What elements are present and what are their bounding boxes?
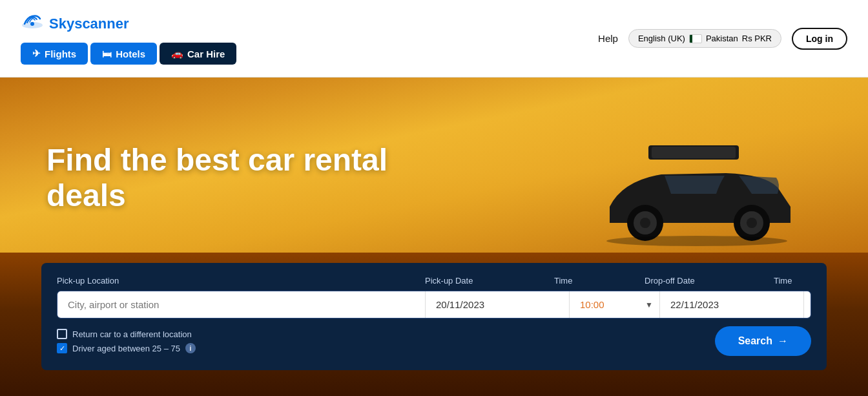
hotels-label: Hotels (116, 48, 145, 59)
currency-label: Rs PKR (742, 34, 772, 43)
flights-icon: ✈ (32, 48, 41, 59)
skyscanner-logo-icon (21, 12, 44, 35)
car-silhouette-image (571, 129, 816, 258)
logo-text: Skyscanner (49, 16, 129, 32)
driver-age-info-icon[interactable]: i (185, 343, 196, 353)
svg-rect-3 (652, 147, 736, 158)
header-left: Skyscanner ✈ Flights 🛏 Hotels 🚗 Car Hire (21, 12, 236, 65)
checkboxes-area: Return car to a different location ✓ Dri… (57, 329, 196, 353)
pickup-time-wrapper: 10:00 08:00 09:00 11:00 12:00 ▼ (570, 291, 660, 318)
login-button[interactable]: Log in (792, 28, 847, 50)
dropoff-time-wrapper: 10:00 08:00 09:00 11:00 12:00 ▼ (804, 291, 811, 318)
locale-button[interactable]: English (UK) Pakistan Rs PKR (628, 29, 781, 48)
pickup-date-field-label: Pick-up Date (425, 276, 554, 286)
search-bottom-row: Return car to a different location ✓ Dri… (57, 326, 811, 356)
driver-age-label: Driver aged between 25 – 75 (72, 344, 180, 353)
pickup-location-input[interactable] (57, 291, 426, 318)
header-right: Help English (UK) Pakistan Rs PKR Log in (598, 28, 847, 50)
svg-point-10 (606, 236, 787, 246)
different-location-checkbox-row[interactable]: Return car to a different location (57, 329, 196, 339)
svg-point-9 (747, 218, 757, 228)
help-link[interactable]: Help (598, 33, 618, 44)
search-button[interactable]: Search → (715, 326, 811, 356)
search-button-label: Search (738, 335, 772, 347)
nav-tab-flights[interactable]: ✈ Flights (21, 43, 88, 65)
hero-section: Find the best car rental deals Pick-up L… (0, 78, 868, 396)
field-labels-row: Pick-up Location Pick-up Date Time Drop-… (57, 276, 811, 286)
different-location-label: Return car to a different location (72, 329, 192, 339)
pakistan-flag-icon (689, 34, 702, 43)
svg-point-6 (640, 218, 650, 228)
dropoff-date-input[interactable] (660, 291, 804, 318)
language-label: English (UK) (638, 34, 685, 43)
svg-point-1 (30, 22, 34, 26)
hotels-icon: 🛏 (102, 48, 112, 59)
nav-tab-carhire[interactable]: 🚗 Car Hire (160, 43, 236, 65)
flights-label: Flights (45, 48, 76, 59)
carhire-icon: 🚗 (171, 48, 183, 59)
pickup-time-field-label: Time (554, 276, 645, 286)
driver-age-checkbox[interactable]: ✓ (57, 343, 67, 353)
search-panel: Pick-up Location Pick-up Date Time Drop-… (41, 263, 827, 370)
pickup-date-input[interactable] (426, 291, 570, 318)
driver-age-checkbox-row[interactable]: ✓ Driver aged between 25 – 75 i (57, 343, 196, 353)
dropoff-time-field-label: Time (774, 276, 864, 286)
search-arrow-icon: → (778, 335, 788, 347)
header: Skyscanner ✈ Flights 🛏 Hotels 🚗 Car Hire… (0, 0, 868, 78)
location-field-label: Pick-up Location (57, 276, 425, 286)
country-label: Pakistan (706, 34, 738, 43)
nav-tabs: ✈ Flights 🛏 Hotels 🚗 Car Hire (21, 43, 236, 65)
pickup-time-select[interactable]: 10:00 08:00 09:00 11:00 12:00 (570, 291, 659, 318)
nav-tab-hotels[interactable]: 🛏 Hotels (90, 43, 157, 65)
different-location-checkbox[interactable] (57, 329, 67, 339)
hero-title: Find the best car rental deals (46, 142, 434, 213)
dropoff-date-field-label: Drop-off Date (645, 276, 774, 286)
dropoff-time-select[interactable]: 10:00 08:00 09:00 11:00 12:00 (804, 291, 811, 318)
carhire-label: Car Hire (187, 48, 225, 59)
logo[interactable]: Skyscanner (21, 12, 236, 35)
search-fields-row: 10:00 08:00 09:00 11:00 12:00 ▼ 10:00 08… (57, 291, 811, 318)
